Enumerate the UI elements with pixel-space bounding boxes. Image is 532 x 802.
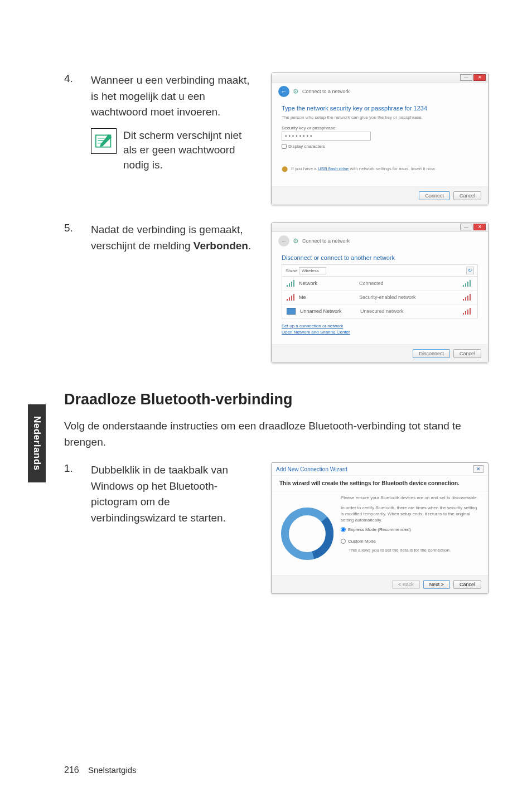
step-number: 5. — [64, 222, 75, 363]
network-name: Me — [299, 294, 355, 300]
bt-para: This allows you to set the details for t… — [349, 547, 480, 553]
close-button[interactable]: ✕ — [473, 224, 486, 230]
checkbox-icon[interactable] — [282, 144, 287, 149]
dialog-heading: Disconnect or connect to another network — [282, 254, 478, 261]
cancel-button[interactable]: Cancel — [453, 191, 481, 200]
radio-icon[interactable] — [341, 539, 346, 544]
step-left-column: Dubbelklik in de taakbalk van Windows op… — [91, 462, 255, 594]
step-left-column: Nadat de verbinding is gemaakt, verschij… — [91, 222, 255, 363]
bt-heading: This wizard will create the settings for… — [272, 476, 488, 491]
step-1-bluetooth: 1. Dubbelklik in de taakbalk van Windows… — [64, 462, 487, 594]
screenshot-bluetooth-wizard: Add New Connection Wizard ✕ This wizard … — [271, 462, 489, 594]
section-heading: Draadloze Bluetooth-verbinding — [64, 391, 487, 408]
signal-bars-icon — [463, 280, 473, 287]
network-filter-row: Show Wireless ↻ — [282, 265, 477, 277]
network-row[interactable]: Me Security-enabled network — [282, 291, 477, 305]
network-name: Network — [299, 281, 355, 286]
back-arrow-icon[interactable]: ← — [278, 235, 289, 247]
dialog-heading: Type the network security key or passphr… — [282, 105, 478, 112]
screenshot-network-list: — ✕ ← ⚙ Connect to a network Disconnect … — [271, 222, 489, 363]
signal-bars-icon — [463, 294, 473, 301]
step-number: 4. — [64, 73, 75, 205]
input-label: Security key or passphrase: — [282, 125, 478, 131]
network-list: Show Wireless ↻ Network Connected — [282, 264, 478, 318]
signal-bars-icon — [463, 308, 473, 315]
signal-icon — [287, 280, 294, 287]
filter-label: Show — [286, 268, 297, 273]
network-row[interactable]: Unnamed Network Unsecured network — [282, 305, 477, 318]
page-content: 4. Wanneer u een verbinding maakt, is he… — [0, 0, 532, 627]
filter-select[interactable]: Wireless — [299, 267, 326, 274]
cancel-button[interactable]: Cancel — [453, 349, 481, 358]
network-icon: ⚙ — [293, 88, 299, 95]
minimize-button[interactable]: — — [460, 224, 472, 230]
cancel-button[interactable]: Cancel — [453, 580, 481, 589]
side-language-tab: Nederlands — [28, 404, 46, 482]
connect-button[interactable]: Connect — [419, 191, 450, 200]
footer-title: Snelstartgids — [88, 765, 137, 775]
next-button[interactable]: Next > — [423, 580, 450, 589]
dialog-body: Type the network security key or passphr… — [272, 100, 488, 186]
dialog-info-text: If you have a USB flash drive with netwo… — [291, 166, 436, 171]
disconnect-button[interactable]: Disconnect — [413, 349, 450, 358]
network-links: Set up a connection or network Open Netw… — [282, 323, 478, 335]
dialog-footer: Disconnect Cancel — [272, 344, 488, 363]
step-4: 4. Wanneer u een verbinding maakt, is he… — [64, 73, 487, 205]
screenshot-connect-key: — ✕ ← ⚙ Connect to a network Type the ne… — [271, 73, 489, 205]
network-icon: ⚙ — [293, 237, 299, 245]
dialog-body: Disconnect or connect to another network… — [272, 250, 488, 344]
radio-label: Custom Mode — [348, 538, 376, 544]
note-box: Dit scherm verschijnt niet als er geen w… — [91, 128, 255, 173]
window-titlebar: — ✕ — [272, 223, 488, 232]
usb-link[interactable]: USB flash drive — [318, 166, 349, 171]
usb-info-icon: ⬤ — [282, 166, 288, 172]
display-characters-checkbox[interactable]: Display characters — [282, 144, 478, 149]
security-key-input[interactable]: •••••••• — [282, 132, 371, 141]
step-5: 5. Nadat de verbinding is gemaakt, versc… — [64, 222, 487, 363]
note-text: Dit scherm verschijnt niet als er geen w… — [123, 128, 255, 173]
network-status: Security-enabled network — [359, 294, 458, 300]
bluetooth-ring-icon — [279, 495, 335, 567]
close-button[interactable]: ✕ — [473, 74, 486, 81]
step-text: Wanneer u een verbinding maakt, is het m… — [91, 73, 255, 120]
back-button[interactable]: < Back — [392, 580, 420, 589]
bt-body: Please ensure your Bluetooth devices are… — [272, 491, 488, 575]
step-number: 1. — [64, 462, 75, 594]
bt-title-text: Add New Connection Wizard — [276, 466, 347, 472]
bt-para: In order to certify Bluetooth, there are… — [341, 505, 480, 524]
window-titlebar: — ✕ — [272, 73, 488, 83]
refresh-button[interactable]: ↻ — [466, 267, 474, 274]
open-sharing-center-link[interactable]: Open Network and Sharing Center — [282, 329, 478, 335]
step-left-column: Wanneer u een verbinding maakt, is het m… — [91, 73, 255, 205]
minimize-button[interactable]: — — [460, 74, 472, 81]
dialog-bluetooth-wizard: Add New Connection Wizard ✕ This wizard … — [271, 462, 489, 594]
dialog-info-row: ⬤ If you have a USB flash drive with net… — [282, 166, 478, 172]
dialog-nav-label: Connect to a network — [302, 89, 350, 94]
dialog-subtext: The person who setup the network can giv… — [282, 115, 478, 120]
close-button[interactable]: ✕ — [473, 465, 483, 473]
setup-connection-link[interactable]: Set up a connection or network — [282, 323, 478, 329]
dialog-network-list: — ✕ ← ⚙ Connect to a network Disconnect … — [271, 222, 489, 363]
step-text: Nadat de verbinding is gemaakt, verschij… — [91, 222, 255, 254]
custom-mode-radio[interactable]: Custom Mode — [341, 538, 480, 544]
bt-text-column: Please ensure your Bluetooth devices are… — [341, 495, 480, 567]
bt-footer: < Back Next > Cancel — [272, 575, 488, 593]
network-name: Unnamed Network — [300, 308, 356, 314]
note-icon — [91, 128, 117, 154]
network-status: Connected — [359, 281, 458, 286]
pencil-note-icon — [95, 133, 113, 149]
step-text: Dubbelklik in de taakbalk van Windows op… — [91, 462, 255, 526]
network-status: Unsecured network — [360, 308, 458, 314]
monitor-icon — [287, 308, 296, 315]
step-text-after: . — [248, 240, 251, 252]
section-intro: Volg de onderstaande instructies om een … — [64, 418, 487, 450]
express-mode-radio[interactable]: Express Mode (Recommended) — [341, 526, 480, 533]
dialog-footer: Connect Cancel — [272, 186, 488, 205]
bt-titlebar: Add New Connection Wizard ✕ — [272, 463, 488, 476]
dialog-nav-label: Connect to a network — [302, 238, 350, 244]
page-number: 216 — [64, 765, 79, 775]
radio-icon[interactable] — [341, 527, 346, 532]
network-row[interactable]: Network Connected — [282, 277, 477, 291]
back-arrow-icon[interactable]: ← — [278, 86, 289, 97]
bt-para: Please ensure your Bluetooth devices are… — [341, 495, 480, 501]
